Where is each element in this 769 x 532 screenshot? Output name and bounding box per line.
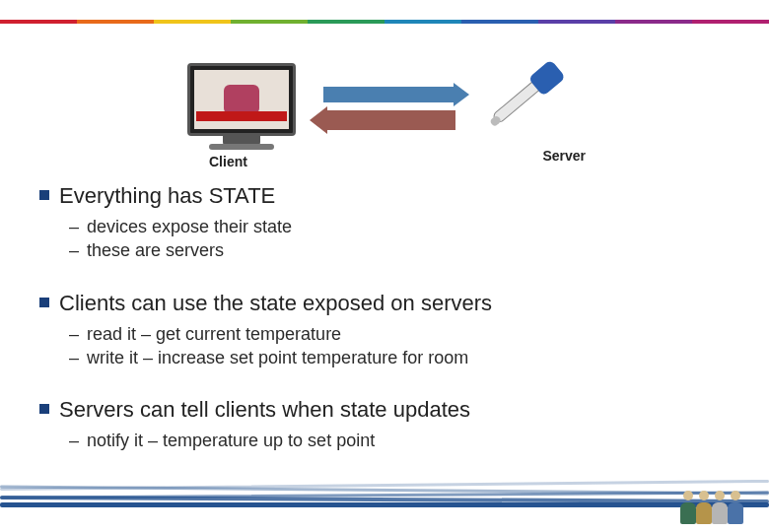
client-label: Client <box>209 154 247 169</box>
server-thermometer-icon <box>489 59 578 146</box>
footer-wave-icon <box>0 481 769 510</box>
bullet-item: Clients can use the state exposed on ser… <box>39 291 730 370</box>
bullet-title: Everything has STATE <box>59 183 275 209</box>
bullet-item: Servers can tell clients when state upda… <box>39 397 730 452</box>
bullet-item: Everything has STATE –devices expose the… <box>39 183 730 263</box>
bullet-sub: –these are servers <box>69 238 730 262</box>
bullet-sub: –notify it – temperature up to set point <box>69 429 730 452</box>
bullet-title: Servers can tell clients when state upda… <box>59 397 470 423</box>
tv-base-icon <box>209 144 274 150</box>
arrow-client-to-server-icon <box>315 87 463 102</box>
slide-content: Client Server Everything has STATE –devi… <box>0 49 769 473</box>
server-label: Server <box>542 148 586 164</box>
bullet-sub: –devices expose their state <box>69 215 730 238</box>
rainbow-divider <box>0 20 769 24</box>
bullet-square-icon <box>39 298 49 307</box>
arrow-server-to-client-icon <box>315 110 463 130</box>
people-icon <box>680 485 743 524</box>
bullet-sub: –read it – get current temperature <box>69 322 730 346</box>
bullet-list: Everything has STATE –devices expose the… <box>39 183 730 452</box>
bullet-sub: –write it – increase set point temperatu… <box>69 346 730 369</box>
bullet-square-icon <box>39 404 49 414</box>
client-server-diagram: Client Server <box>187 59 582 177</box>
bullet-square-icon <box>39 190 49 200</box>
client-device-icon <box>187 63 296 136</box>
bullet-title: Clients can use the state exposed on ser… <box>59 291 492 316</box>
